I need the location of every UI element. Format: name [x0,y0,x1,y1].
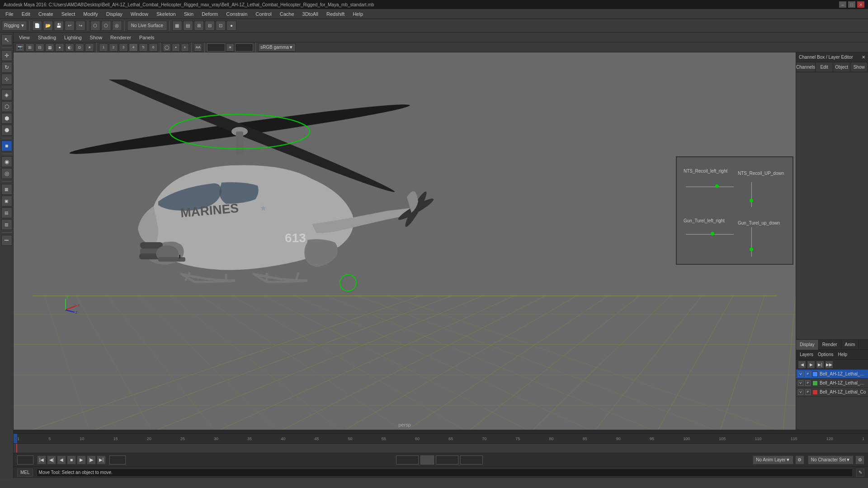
grid-btn[interactable]: ⊟ [35,43,44,52]
menu-help[interactable]: Help [349,10,367,18]
layer-sub-layers[interactable]: Layers [798,352,815,357]
layer-tab-anim[interactable]: Anim [841,340,859,350]
res3-btn[interactable]: 3 [119,43,128,52]
menu-control[interactable]: Control [252,10,275,18]
layer-v-1[interactable]: V [798,380,803,386]
play-fwd-btn[interactable]: ▶ [77,455,86,465]
shade1-btn[interactable]: ● [55,43,64,52]
maximize-button[interactable]: □ [848,1,855,8]
layer-row-0[interactable]: V P Bell_AH-1Z_Lethal_Combat_ [796,370,868,379]
rig-dot-nts[interactable] [715,184,719,188]
gamma-select[interactable]: sRGB gamma ▼ [258,43,296,52]
cb-object-tab[interactable]: Object [833,62,851,72]
timeline-ruler[interactable]: 1 5 10 15 20 25 30 35 40 45 50 55 60 65 [14,434,868,444]
layer-next-btn[interactable]: ▶| [816,361,824,369]
res6-btn[interactable]: 6 [149,43,158,52]
vp-panels[interactable]: Panels [136,34,158,41]
save-button[interactable]: 💾 [54,21,64,31]
rotate-tool[interactable]: ↻ [1,62,12,73]
res1-btn[interactable]: 1 [99,43,108,52]
lasso-button[interactable]: ⬠ [101,21,111,31]
rig-dot-nts2[interactable] [750,199,753,202]
char-set-settings[interactable]: ⚙ [855,455,864,465]
select-mode-button[interactable]: ⬡ [90,21,100,31]
viewport-canvas[interactable]: MARINES 613 ★ x y [14,52,796,430]
layer-play-btn[interactable]: ▶ [807,361,815,369]
display-layer-btn[interactable]: ▦ [1,184,12,195]
channel-box-close[interactable]: ✕ [862,55,865,60]
menu-file[interactable]: File [2,10,17,18]
layer-last-btn[interactable]: ▶▶ [825,361,833,369]
menu-skin[interactable]: Skin [180,10,197,18]
vp-show[interactable]: Show [86,34,106,41]
layer-p-2[interactable]: P [805,389,811,395]
layer-tab-display[interactable]: Display [796,340,819,350]
render-btn5[interactable]: ⊡ [216,21,226,31]
cross-btn[interactable]: + [181,43,189,52]
viewport-scrollbar[interactable] [14,430,868,433]
layer-v-0[interactable]: V [798,371,803,377]
layer-tab-render[interactable]: Render [819,340,841,350]
layer-v-2[interactable]: V [798,389,803,395]
mode-dropdown[interactable]: Rigging ▼ [2,21,27,31]
menu-modify[interactable]: Modify [80,10,101,18]
res5-btn[interactable]: 5 [139,43,148,52]
render-btn4[interactable]: ⊟ [205,21,215,31]
res4-btn[interactable]: 4 [129,43,138,52]
cb-channels-tab[interactable]: Channels [796,62,816,72]
menu-window[interactable]: Window [127,10,152,18]
vp-shading[interactable]: Shading [34,34,60,41]
layer-sub-help[interactable]: Help [836,352,849,357]
exposure-input[interactable]: 0.00 [207,43,225,52]
render-layer-btn[interactable]: ▣ [1,196,12,206]
minimize-button[interactable]: – [839,1,846,8]
render-btn6[interactable]: ● [226,21,236,31]
new-scene-button[interactable]: 📄 [32,21,42,31]
anim-layer-btn[interactable]: ▤ [1,207,12,218]
circle-btn[interactable]: ◯ [163,43,171,52]
layer-prev-btn[interactable]: ◀ [798,361,806,369]
step-fwd-btn[interactable]: |▶ [87,455,96,465]
paint-button[interactable]: ◎ [112,21,122,31]
res2-btn[interactable]: 2 [109,43,118,52]
sculpt-tool[interactable]: ◉ [1,156,12,167]
menu-skeleton[interactable]: Skeleton [153,10,179,18]
cb-show-tab[interactable]: Show [850,62,868,72]
frame-marker-input[interactable]: 1 [420,455,434,465]
vp-renderer[interactable]: Renderer [107,34,135,41]
offset-tool[interactable]: ⬣ [1,125,12,136]
layer-row-2[interactable]: V P Bell_AH-1Z_Lethal_Co [796,388,868,397]
menu-deform[interactable]: Deform [198,10,222,18]
undo-button[interactable]: ↩ [65,21,75,31]
current-frame-input[interactable]: 1 [396,455,419,465]
select-tool[interactable]: ↖ [1,34,12,45]
redo-button[interactable]: ↪ [75,21,85,31]
light1-btn[interactable]: ⊙ [75,43,84,52]
playback-end-input[interactable]: 120 [436,455,458,465]
script-editor-btn[interactable]: ✎ [856,469,864,477]
render-btn3[interactable]: ⊞ [194,21,204,31]
render-btn1[interactable]: ▦ [172,21,182,31]
rig-dot-gun2[interactable] [750,248,753,251]
paint-skin-tool[interactable]: ◎ [1,168,12,179]
step-back-btn[interactable]: ◀| [47,455,56,465]
gamma-input[interactable]: 1.00 [235,43,253,52]
cb-edit-tab[interactable]: Edit [816,62,833,72]
menu-display[interactable]: Display [103,10,126,18]
wire2-btn[interactable]: ▦ [45,43,54,52]
more-tools-btn[interactable]: ••• [1,235,12,246]
menu-edit[interactable]: Edit [18,10,34,18]
timeline-track[interactable] [14,444,868,453]
scale-tool[interactable]: ⊹ [1,74,12,84]
menu-select[interactable]: Select [58,10,79,18]
dot-btn[interactable]: • [172,43,180,52]
frame-end-input[interactable]: 120 [109,455,126,465]
open-button[interactable]: 📂 [43,21,53,31]
soft-select-tool[interactable]: ◈ [1,89,12,100]
light2-btn[interactable]: ☀ [85,43,94,52]
menu-cache[interactable]: Cache [276,10,298,18]
menu-constrain[interactable]: Constrain [222,10,251,18]
play-back-btn[interactable]: ◀ [57,455,66,465]
insert-loop-tool[interactable]: ⬢ [1,113,12,124]
menu-3dto[interactable]: 3DtoAll [299,10,322,18]
